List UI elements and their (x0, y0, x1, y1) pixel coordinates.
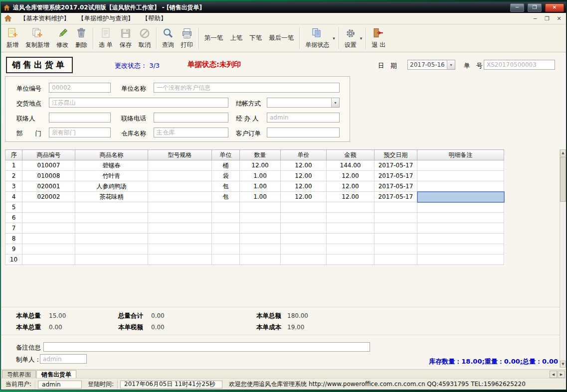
grid-cell[interactable] (375, 202, 417, 213)
grid-cell[interactable]: 12.00 (281, 160, 327, 171)
tab-scroll-right-icon[interactable]: ▶ (558, 371, 565, 378)
grid-cell[interactable] (417, 192, 504, 202)
grid-cell[interactable]: 010008 (22, 171, 75, 181)
creator-input[interactable]: admin (40, 354, 87, 364)
grid-cell[interactable] (148, 213, 212, 223)
mdi-close-icon[interactable]: ✕ (555, 15, 563, 22)
home-icon[interactable] (4, 14, 12, 22)
print-button[interactable]: 打印 (178, 25, 196, 51)
column-header[interactable]: 单位 (212, 150, 240, 160)
column-header[interactable]: 明细备注 (417, 150, 504, 160)
scrollbar-thumb[interactable] (560, 157, 566, 202)
minimize-button[interactable]: ─ (510, 3, 524, 12)
grid-cell[interactable]: 12.00 (327, 192, 375, 202)
search-button[interactable]: 查询 (159, 25, 178, 51)
grid-cell[interactable]: 020001 (22, 181, 75, 192)
grid-cell[interactable] (327, 223, 375, 234)
select-doc-button[interactable]: 选 单 (95, 25, 116, 51)
grid-cell[interactable]: 144.00 (327, 160, 375, 171)
grid-cell[interactable] (417, 223, 504, 234)
grid-cell[interactable]: 12.00 (281, 171, 327, 181)
grid-cell[interactable] (375, 255, 417, 265)
grid-cell[interactable] (417, 234, 504, 244)
grid-cell[interactable] (327, 244, 375, 255)
date-dropdown-icon[interactable]: ▾ (447, 60, 455, 69)
phone-input[interactable] (154, 113, 228, 123)
grid-cell[interactable]: 020002 (22, 192, 75, 202)
row-number-cell[interactable]: 8 (5, 234, 22, 244)
next-record-button[interactable]: 下笔 (246, 25, 265, 51)
grid-cell[interactable]: 竹叶青 (75, 171, 148, 181)
column-header[interactable]: 预交日期 (375, 150, 417, 160)
payment-select[interactable]: ▾ (267, 98, 340, 108)
doc-status-caret-icon[interactable]: ▾ (333, 36, 337, 41)
warehouse-input[interactable]: 主仓库 (154, 128, 228, 137)
grid-cell[interactable] (327, 255, 375, 265)
grid-cell[interactable]: 2017-05-17 (375, 160, 417, 171)
contact-input[interactable] (49, 113, 111, 123)
row-number-cell[interactable]: 3 (5, 181, 22, 192)
grid-cell[interactable]: 茶花味精 (75, 192, 148, 202)
grid-cell[interactable] (22, 244, 75, 255)
grid-cell[interactable] (75, 223, 148, 234)
grid-cell[interactable] (148, 181, 212, 192)
delete-button[interactable]: 删除 (72, 25, 91, 51)
column-header[interactable]: 金额 (327, 150, 375, 160)
grid-cell[interactable] (212, 213, 240, 223)
delivery-input[interactable]: 江苏昆山 (49, 98, 228, 108)
grid-cell[interactable]: 1.00 (240, 192, 281, 202)
grid-cell[interactable]: 12.00 (327, 181, 375, 192)
settings-caret-icon[interactable]: ▾ (360, 36, 364, 41)
grid-cell[interactable] (148, 223, 212, 234)
grid-cell[interactable] (281, 234, 327, 244)
grid-cell[interactable] (212, 202, 240, 213)
grid-cell[interactable] (417, 213, 504, 223)
grid-cell[interactable]: 2017-05-17 (375, 181, 417, 192)
grid-cell[interactable]: 12.00 (327, 171, 375, 181)
grid-cell[interactable] (240, 255, 281, 265)
grid-cell[interactable]: 1.00 (240, 171, 281, 181)
grid-cell[interactable] (327, 202, 375, 213)
grid-cell[interactable]: 010007 (22, 160, 75, 171)
grid-cell[interactable] (212, 234, 240, 244)
dept-input[interactable]: 所有部门 (49, 128, 111, 137)
grid-cell[interactable]: 1.00 (240, 181, 281, 192)
doc-status-button[interactable]: 单据状态 (302, 25, 333, 51)
grid-cell[interactable] (327, 213, 375, 223)
scroll-down-icon[interactable]: ▼ (560, 361, 566, 368)
prev-record-button[interactable]: 上笔 (226, 25, 246, 51)
grid-cell[interactable] (375, 244, 417, 255)
row-number-cell[interactable]: 9 (5, 244, 22, 255)
grid-cell[interactable] (281, 244, 327, 255)
grid-cell[interactable]: 2017-05-17 (375, 171, 417, 181)
column-header[interactable]: 数量 (240, 150, 281, 160)
payment-dropdown-icon[interactable]: ▾ (331, 98, 339, 107)
grid-cell[interactable] (417, 181, 504, 192)
grid-cell[interactable] (22, 223, 75, 234)
first-record-button[interactable]: 第一笔 (201, 25, 227, 51)
agent-input[interactable]: admin (267, 113, 340, 123)
unit-no-input[interactable]: 00002 (49, 83, 111, 93)
grid-cell[interactable] (148, 192, 212, 202)
grid-cell[interactable]: 人参鸡鸭汤 (75, 181, 148, 192)
save-button[interactable]: 保存 (116, 25, 135, 51)
tab-scroll-left-icon[interactable]: ◀ (550, 371, 557, 378)
grid-cell[interactable] (240, 213, 281, 223)
grid-cell[interactable] (22, 213, 75, 223)
grid-cell[interactable] (417, 255, 504, 265)
settings-button[interactable]: 设置 (341, 25, 360, 51)
close-button[interactable]: ✕ (545, 3, 564, 12)
grid-cell[interactable] (375, 223, 417, 234)
grid-cell[interactable] (212, 244, 240, 255)
column-header[interactable]: 商品名称 (75, 150, 148, 160)
scroll-up-icon[interactable]: ▲ (560, 149, 566, 156)
grid-cell[interactable] (240, 244, 281, 255)
grid-cell[interactable] (75, 234, 148, 244)
menu-basic-data[interactable]: 【基本资料维护】 (20, 14, 70, 23)
grid-cell[interactable] (22, 234, 75, 244)
grid-cell[interactable]: 12.00 (281, 192, 327, 202)
grid-cell[interactable] (375, 234, 417, 244)
grid-cell[interactable] (148, 202, 212, 213)
grid-cell[interactable] (148, 234, 212, 244)
grid-cell[interactable] (148, 244, 212, 255)
